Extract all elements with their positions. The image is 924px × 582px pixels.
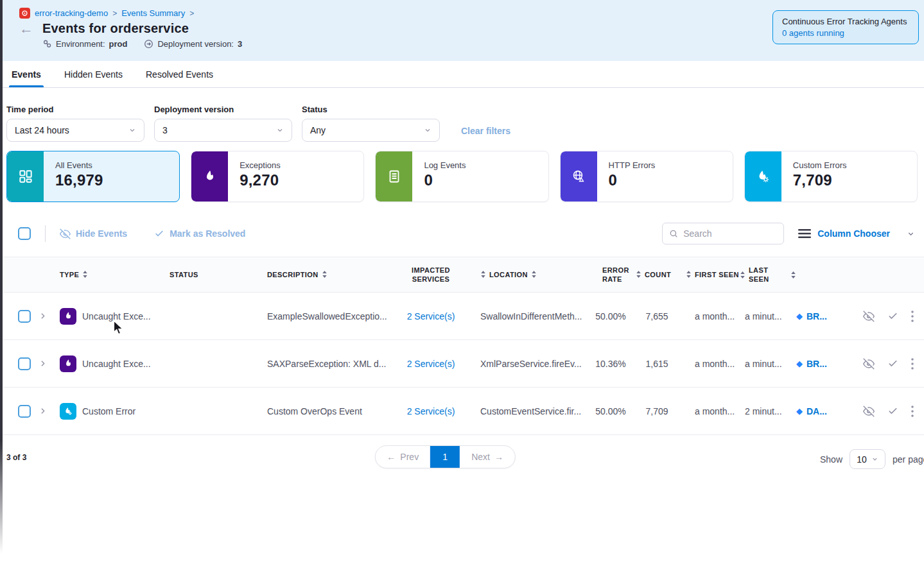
select-all-checkbox[interactable]: [18, 227, 31, 240]
sort-icon[interactable]: [740, 271, 745, 278]
event-description: SAXParseException: XML d...: [257, 359, 393, 369]
row-menu-icon[interactable]: [911, 406, 914, 417]
column-header-type[interactable]: TYPE: [60, 270, 79, 279]
hide-events-button[interactable]: Hide Events: [60, 228, 127, 239]
ticket-id: BR...: [806, 311, 827, 321]
first-seen-value: a month...: [678, 406, 740, 416]
status-select[interactable]: Any: [302, 119, 440, 142]
row-checkbox[interactable]: [18, 405, 31, 418]
jira-ticket-link[interactable]: ◆ BR...: [796, 311, 851, 321]
resolve-event-icon[interactable]: [887, 311, 898, 321]
last-seen-value: a minut...: [740, 311, 796, 321]
tab-hidden-events[interactable]: Hidden Events: [64, 61, 123, 87]
globe-error-icon: [571, 169, 586, 184]
event-description: ExampleSwallowedExceptio...: [257, 311, 393, 321]
jira-ticket-link[interactable]: ◆ BR...: [796, 359, 851, 369]
tab-events[interactable]: Events: [12, 61, 41, 87]
page-number-button[interactable]: 1: [430, 446, 460, 468]
flame-gear-icon: [60, 403, 76, 420]
hide-event-icon[interactable]: [863, 311, 875, 322]
column-header-error-rate[interactable]: ERROR RATE: [602, 266, 629, 284]
sort-icon[interactable]: [322, 271, 327, 278]
expand-row-chevron-icon[interactable]: [33, 359, 51, 368]
count-value: 7,655: [636, 311, 678, 321]
toolbar-divider: [45, 225, 46, 242]
column-header-count[interactable]: COUNT: [645, 270, 671, 279]
last-seen-value: a minut...: [740, 359, 796, 369]
log-document-icon: [387, 169, 402, 184]
row-menu-icon[interactable]: [911, 358, 914, 370]
arrow-left-icon: ←: [387, 452, 396, 462]
chevron-down-icon[interactable]: [907, 230, 915, 238]
column-header-description[interactable]: DESCRIPTION: [267, 270, 318, 279]
row-menu-icon[interactable]: [911, 311, 914, 322]
back-arrow-icon[interactable]: ←: [19, 22, 33, 36]
sort-icon[interactable]: [790, 271, 796, 278]
stat-card-log-events[interactable]: Log Events 0: [375, 151, 548, 202]
breadcrumb-project-link[interactable]: error-tracking-demo: [35, 8, 108, 18]
event-location: SwallowInDifferentMeth...: [469, 311, 586, 321]
column-header-first-seen[interactable]: FIRST SEEN: [695, 270, 739, 279]
time-period-label: Time period: [6, 105, 144, 114]
deployment-label: Deployment version:: [157, 39, 234, 49]
hide-event-icon[interactable]: [863, 358, 875, 370]
event-type-text: Uncaught Exce...: [82, 359, 151, 369]
expand-row-chevron-icon[interactable]: [33, 407, 51, 415]
next-page-button[interactable]: Next →: [460, 446, 515, 468]
impacted-services-link[interactable]: 2 Service(s): [407, 359, 455, 369]
sort-icon[interactable]: [686, 271, 692, 278]
flame-gear-icon: [755, 169, 771, 184]
time-period-select[interactable]: Last 24 hours: [6, 119, 144, 142]
column-header-status[interactable]: STATUS: [170, 270, 198, 279]
column-chooser-label: Column Chooser: [817, 228, 890, 239]
sort-icon[interactable]: [531, 271, 537, 278]
table-row: Uncaught Exce... ExampleSwallowedExcepti…: [0, 293, 924, 340]
clear-filters-button[interactable]: Clear filters: [461, 126, 510, 136]
deployment-version-select[interactable]: 3: [154, 119, 292, 142]
environment-value: prod: [109, 39, 128, 49]
impacted-services-link[interactable]: 2 Service(s): [407, 311, 455, 321]
stat-value: 0: [609, 171, 656, 189]
prev-page-button[interactable]: ← Prev: [375, 446, 430, 468]
stat-card-exceptions[interactable]: Exceptions 9,270: [191, 151, 364, 202]
page-size-select[interactable]: 10: [850, 449, 885, 469]
column-header-last-seen[interactable]: LAST SEEN: [749, 266, 787, 284]
row-checkbox[interactable]: [18, 357, 31, 370]
sort-icon[interactable]: [480, 271, 486, 278]
page-size-value: 10: [857, 454, 867, 465]
first-seen-value: a month...: [678, 311, 740, 321]
stat-card-row: All Events 16,979 Exceptions 9,270 Log E…: [0, 142, 924, 202]
mark-resolved-button[interactable]: Mark as Resolved: [154, 228, 245, 239]
breadcrumb-separator: >: [189, 9, 194, 18]
event-type-text: Uncaught Exce...: [82, 311, 151, 321]
column-chooser-button[interactable]: Column Chooser: [798, 228, 915, 239]
pagination-bar: 3 of 3 ← Prev 1 Next → Show 10 per page: [0, 444, 924, 481]
jira-ticket-link[interactable]: ◆ DA...: [796, 406, 851, 416]
status-value: Any: [310, 125, 326, 135]
breadcrumb-section-link[interactable]: Events Summary: [121, 8, 185, 18]
expand-row-chevron-icon[interactable]: [33, 312, 51, 320]
row-checkbox[interactable]: [18, 310, 31, 323]
impacted-services-link[interactable]: 2 Service(s): [407, 406, 455, 416]
stat-card-all-events[interactable]: All Events 16,979: [6, 151, 180, 202]
stat-card-custom-errors[interactable]: Custom Errors 7,709: [744, 151, 918, 202]
resolve-event-icon[interactable]: [887, 406, 898, 416]
stat-value: 7,709: [793, 171, 847, 189]
mark-resolved-label: Mark as Resolved: [170, 228, 245, 239]
sort-icon[interactable]: [82, 271, 88, 278]
agents-running-link[interactable]: 0 agents running: [782, 28, 909, 38]
check-icon: [154, 228, 164, 239]
deployment-version-label: Deployment version: [154, 105, 292, 114]
sort-icon[interactable]: [636, 271, 641, 278]
event-type-text: Custom Error: [82, 406, 135, 416]
column-header-impacted-services[interactable]: IMPACTED SERVICES: [407, 266, 455, 284]
stat-card-http-errors[interactable]: HTTP Errors 0: [560, 151, 733, 202]
hide-event-icon[interactable]: [863, 406, 875, 417]
tab-resolved-events[interactable]: Resolved Events: [146, 61, 213, 87]
window-left-edge: [0, 0, 3, 565]
resolve-event-icon[interactable]: [887, 358, 898, 369]
search-input[interactable]: [683, 228, 773, 239]
row-count-summary: 3 of 3: [6, 453, 26, 462]
column-header-location[interactable]: LOCATION: [489, 270, 528, 279]
ticket-id: BR...: [806, 359, 827, 369]
